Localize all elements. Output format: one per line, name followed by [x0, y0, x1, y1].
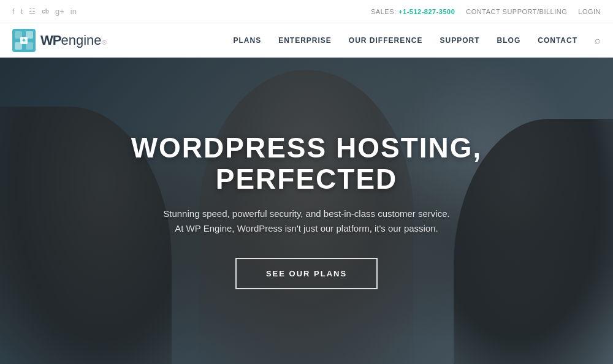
svg-text:✦: ✦: [21, 37, 26, 44]
logo-wp: WP: [40, 32, 61, 48]
top-bar: f t ☳ cb g+ in SALES: +1-512-827-3500 CO…: [0, 0, 613, 23]
hero-subtitle: Stunning speed, powerful security, and b…: [131, 207, 482, 236]
main-nav: ✦ WP engine ® PLANS ENTERPRISE OUR DIFFE…: [0, 23, 613, 58]
facebook-icon[interactable]: f: [12, 7, 15, 16]
nav-contact[interactable]: CONTACT: [538, 36, 577, 45]
nav-links: PLANS ENTERPRISE OUR DIFFERENCE SUPPORT …: [234, 35, 601, 46]
hero-title: WORDPRESS HOSTING, PERFECTED: [131, 132, 482, 194]
sales-label: SALES: +1-512-827-3500: [371, 8, 455, 15]
logo-registered: ®: [102, 39, 107, 46]
nav-blog[interactable]: BLOG: [497, 36, 521, 45]
sales-phone[interactable]: +1-512-827-3500: [398, 8, 455, 15]
cb-icon[interactable]: cb: [42, 8, 49, 15]
see-plans-button[interactable]: SEE OUR PLANS: [235, 258, 378, 289]
contact-support-link[interactable]: CONTACT SUPPORT/BILLING: [466, 8, 567, 15]
social-links: f t ☳ cb g+ in: [12, 7, 77, 16]
twitter-icon[interactable]: t: [21, 7, 23, 16]
googleplus-icon[interactable]: g+: [55, 7, 64, 16]
logo-icon: ✦: [12, 29, 36, 52]
top-bar-right: SALES: +1-512-827-3500 CONTACT SUPPORT/B…: [371, 8, 601, 15]
linkedin-icon[interactable]: in: [70, 7, 77, 16]
rss-icon[interactable]: ☳: [29, 7, 36, 16]
nav-enterprise[interactable]: ENTERPRISE: [278, 36, 332, 45]
nav-our-difference[interactable]: OUR DIFFERENCE: [349, 36, 423, 45]
login-link[interactable]: LOGIN: [578, 8, 601, 15]
hero-section: WORDPRESS HOSTING, PERFECTED Stunning sp…: [0, 58, 613, 364]
logo-text: WP engine ®: [40, 32, 107, 48]
nav-plans[interactable]: PLANS: [234, 36, 262, 45]
hero-content: WORDPRESS HOSTING, PERFECTED Stunning sp…: [131, 132, 482, 289]
nav-support[interactable]: SUPPORT: [440, 36, 480, 45]
logo[interactable]: ✦ WP engine ®: [12, 29, 107, 52]
search-icon[interactable]: ⌕: [595, 35, 601, 46]
logo-engine: engine: [61, 32, 101, 48]
